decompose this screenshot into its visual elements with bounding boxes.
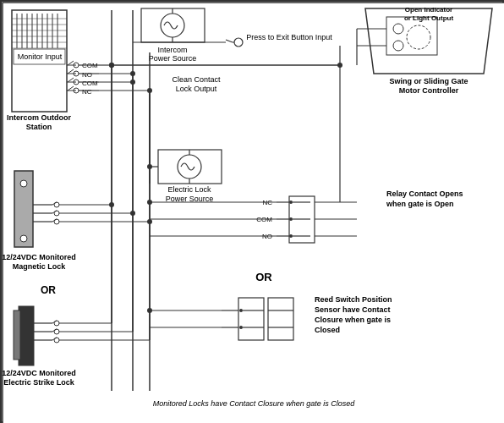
svg-point-158 — [393, 24, 403, 34]
svg-point-120 — [289, 201, 293, 204]
svg-point-122 — [289, 234, 293, 238]
svg-point-144 — [239, 326, 243, 329]
svg-text:Lock Output: Lock Output — [176, 85, 217, 93]
svg-text:COM: COM — [82, 80, 98, 87]
svg-text:Motor Controller: Motor Controller — [399, 86, 459, 95]
svg-point-121 — [289, 217, 293, 221]
wiring-diagram: Monitor Input COM NO COM NC — [0, 0, 504, 423]
svg-text:Closed: Closed — [315, 326, 340, 334]
svg-text:12/24VDC Monitored: 12/24VDC Monitored — [2, 369, 76, 377]
svg-point-80 — [20, 180, 27, 187]
svg-text:when gate is Open: when gate is Open — [386, 200, 454, 208]
svg-text:12/24VDC Monitored: 12/24VDC Monitored — [2, 253, 76, 261]
svg-rect-101 — [14, 310, 20, 360]
svg-point-143 — [239, 309, 243, 312]
svg-text:Press to Exit Button Input: Press to Exit Button Input — [246, 33, 332, 41]
svg-text:Magnetic Lock: Magnetic Lock — [13, 262, 67, 271]
svg-text:Intercom Outdoor: Intercom Outdoor — [7, 113, 71, 122]
svg-text:Station: Station — [26, 123, 52, 131]
svg-rect-140 — [268, 298, 293, 340]
svg-text:Swing or Sliding Gate: Swing or Sliding Gate — [389, 77, 468, 85]
svg-text:Sensor have Contact: Sensor have Contact — [315, 305, 391, 314]
svg-text:Clean Contact: Clean Contact — [172, 75, 221, 84]
svg-text:OR: OR — [41, 284, 56, 296]
svg-text:Power Source: Power Source — [149, 54, 197, 63]
svg-point-160 — [407, 25, 430, 49]
svg-rect-100 — [19, 306, 34, 365]
svg-point-51 — [234, 38, 243, 47]
svg-text:Electric Strike Lock: Electric Strike Lock — [3, 378, 75, 387]
svg-text:Monitor Input: Monitor Input — [18, 52, 63, 61]
svg-point-159 — [393, 41, 403, 51]
svg-text:Reed Switch Position: Reed Switch Position — [315, 295, 392, 304]
svg-text:Monitored Locks have Contact C: Monitored Locks have Contact Closure whe… — [153, 399, 356, 408]
svg-text:NO: NO — [82, 71, 92, 79]
svg-point-81 — [20, 235, 27, 242]
svg-text:NC: NC — [82, 88, 92, 96]
svg-text:OR: OR — [255, 271, 272, 283]
svg-text:Electric Lock: Electric Lock — [167, 185, 211, 194]
svg-text:Closure when gate is: Closure when gate is — [315, 316, 391, 324]
svg-rect-139 — [238, 298, 264, 340]
svg-text:Relay Contact Opens: Relay Contact Opens — [386, 190, 463, 198]
svg-text:or Light Output: or Light Output — [404, 14, 454, 22]
svg-text:Intercom: Intercom — [157, 46, 187, 54]
svg-text:Open Indicator: Open Indicator — [405, 6, 452, 14]
